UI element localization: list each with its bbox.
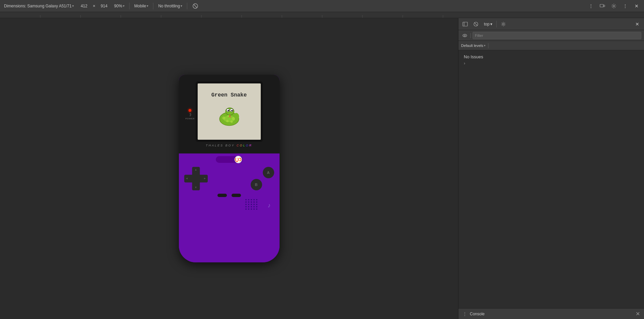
devtools-gear-icon[interactable]: [609, 1, 618, 11]
zoom-label: 90%: [114, 4, 122, 8]
power-row: [216, 156, 243, 163]
devtools-panel: top ▾ ✕ | Default levels: [458, 18, 644, 319]
start-button[interactable]: [232, 194, 241, 197]
power-button[interactable]: [235, 156, 242, 163]
dpad-up-arrow: ▲: [195, 168, 197, 171]
svg-rect-33: [463, 22, 467, 26]
gb-controls-area: ▲ ▼ ◄ ► A B: [179, 153, 280, 262]
sep1: [129, 3, 130, 9]
ab-buttons: A B: [251, 167, 274, 190]
width-section: ×: [77, 3, 111, 8]
main-area: ))) POWER Green Snake: [0, 18, 644, 319]
console-close-icon[interactable]: ✕: [636, 311, 640, 317]
expand-chevron[interactable]: ›: [464, 61, 639, 66]
brand-c: C: [237, 144, 240, 147]
top-frame-label: top: [484, 22, 490, 26]
dimensions-dropdown[interactable]: Dimensions: Samsung Galaxy A51/71 ▾: [3, 3, 75, 9]
dimensions-section: Dimensions: Samsung Galaxy A51/71 ▾: [3, 3, 75, 9]
devtools-topbar-right: ✕: [633, 19, 642, 29]
close-icon[interactable]: ✕: [632, 1, 641, 11]
more-options-icon[interactable]: ⋮: [586, 1, 596, 11]
game-title: Green Snake: [211, 92, 247, 98]
power-slider[interactable]: [216, 156, 243, 163]
power-led: [189, 109, 191, 112]
mobile-label: Mobile: [134, 4, 146, 8]
settings-gear-icon[interactable]: [499, 19, 508, 29]
devtools-filterbar: |: [458, 30, 644, 41]
screen-bezel: Green Snake: [196, 81, 263, 142]
svg-point-39: [464, 35, 465, 36]
button-a[interactable]: A: [263, 167, 274, 178]
svg-point-21: [226, 120, 229, 122]
more-vert-icon[interactable]: ⋮: [621, 1, 630, 11]
levels-arrow: ▾: [484, 44, 486, 47]
default-levels-dropdown[interactable]: Default levels ▾: [461, 44, 486, 48]
brand-thales: THALES BOY: [206, 144, 237, 147]
music-icon: ♪: [268, 202, 271, 209]
top-frame-dropdown[interactable]: top ▾: [482, 21, 494, 27]
ban-icon[interactable]: [471, 19, 481, 29]
svg-point-29: [231, 110, 232, 110]
brand-r: R: [249, 144, 252, 147]
filter-pipe: |: [470, 33, 471, 39]
responsive-icon[interactable]: [598, 1, 607, 11]
svg-point-22: [230, 121, 233, 123]
dpad-center: [192, 175, 200, 183]
levels-pipe: |: [488, 43, 489, 49]
screen: Green Snake: [198, 83, 261, 140]
eye-icon[interactable]: [461, 32, 468, 39]
throttle-arrow: ▾: [181, 4, 182, 8]
close-devtools-icon[interactable]: ✕: [633, 19, 642, 29]
gb-screen-area: ))) POWER Green Snake: [179, 75, 280, 153]
mobile-section: Mobile ▾: [133, 3, 150, 9]
console-label-text: Console: [470, 312, 485, 316]
no-issues-text: No Issues: [464, 54, 639, 59]
svg-point-37: [502, 23, 504, 25]
brand-o: O: [240, 144, 243, 147]
height-input[interactable]: [97, 4, 111, 8]
dpad[interactable]: ▲ ▼ ◄ ►: [184, 167, 208, 190]
svg-point-20: [232, 117, 235, 120]
brand-o2: O: [246, 144, 249, 147]
speaker-dots: [245, 199, 258, 210]
svg-point-38: [463, 34, 467, 37]
zoom-dropdown[interactable]: 90% ▾: [113, 3, 126, 9]
mobile-dropdown[interactable]: Mobile ▾: [133, 3, 150, 9]
filter-input[interactable]: [473, 32, 641, 39]
power-indicator: ))) POWER: [186, 109, 195, 119]
viewport: ))) POWER Green Snake: [0, 18, 458, 319]
devtools-topbar: top ▾ ✕: [458, 18, 644, 30]
zoom-section: 90% ▾: [113, 3, 126, 9]
devtools-content: No Issues ›: [458, 50, 644, 308]
svg-line-1: [194, 4, 197, 8]
select-button[interactable]: [217, 194, 227, 197]
mobile-arrow: ▾: [147, 4, 148, 8]
power-text: POWER: [186, 117, 195, 119]
button-b[interactable]: B: [251, 179, 262, 190]
dpad-left-arrow: ◄: [186, 177, 188, 180]
devtools-topbar-left: top ▾: [460, 19, 508, 29]
svg-rect-2: [600, 4, 603, 7]
default-levels-label: Default levels: [461, 44, 483, 48]
throttle-dropdown[interactable]: No throttling ▾: [157, 3, 184, 9]
dimensions-label: Dimensions: Samsung Galaxy A51/71: [4, 4, 71, 8]
throttle-label: No throttling: [158, 4, 180, 8]
sidebar-toggle-icon[interactable]: [460, 19, 470, 29]
console-label-area: ⋮ Console: [462, 311, 485, 317]
dpad-down-arrow: ▼: [195, 186, 197, 189]
top-frame-arrow: ▾: [490, 22, 492, 26]
zoom-arrow: ▾: [123, 4, 125, 8]
throttle-section: No throttling ▾: [157, 3, 184, 9]
gameboy-device: ))) POWER Green Snake: [179, 75, 280, 262]
width-input[interactable]: [77, 4, 91, 8]
top-sep: [496, 21, 497, 27]
led-rings: ))): [189, 112, 191, 116]
svg-point-28: [228, 110, 228, 110]
sep2: [153, 3, 153, 9]
console-more-icon[interactable]: ⋮: [462, 311, 467, 317]
console-bottombar: ⋮ Console ✕: [458, 308, 644, 319]
svg-line-36: [475, 22, 478, 25]
svg-point-18: [222, 117, 225, 120]
no-cache-icon[interactable]: [191, 1, 200, 11]
ruler: [0, 12, 644, 18]
